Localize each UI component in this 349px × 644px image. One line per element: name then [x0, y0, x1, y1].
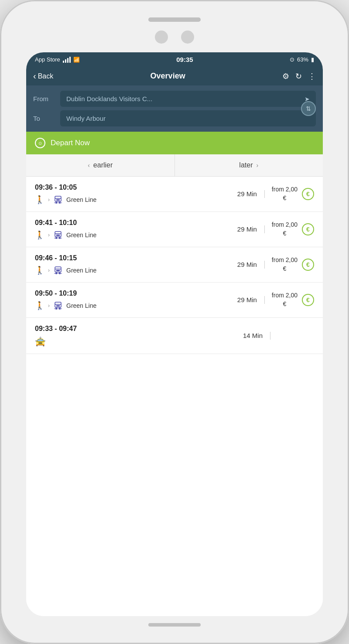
back-label: Back — [38, 72, 54, 80]
signal-bars — [63, 57, 71, 63]
nav-icons: ⚙ ↻ ⋮ — [282, 72, 316, 81]
journey-middle-2: 29 Min — [230, 225, 265, 233]
journey-left-3: 09:46 - 10:15 🚶 › — [35, 254, 230, 275]
journey-duration-5: 14 Min — [243, 332, 263, 339]
depart-label: Depart Now — [51, 139, 90, 147]
to-input[interactable]: Windy Arbour — [60, 110, 316, 126]
price-text-3: from 2,00€ — [272, 256, 298, 273]
journey-transport-2: 🚶 › Green Line — [35, 230, 230, 240]
journey-item-3[interactable]: 09:46 - 10:15 🚶 › — [26, 247, 323, 283]
status-time: 09:35 — [176, 56, 193, 63]
camera-area — [155, 31, 194, 44]
bar2 — [65, 59, 66, 63]
nav-bar: ‹ Back Overview ⚙ ↻ ⋮ — [26, 67, 323, 85]
camera-dot-2 — [181, 31, 194, 44]
bar1 — [63, 61, 64, 63]
from-label: From — [33, 95, 55, 102]
journey-right-4: from 2,00€ € — [265, 291, 314, 308]
location-icon: ⊙ — [290, 56, 294, 63]
journey-right-1: from 2,00€ € — [265, 185, 314, 202]
journey-item-1[interactable]: 09:36 - 10:05 🚶 › — [26, 177, 323, 212]
arrow-icon-3: › — [48, 267, 50, 273]
page-title: Overview — [53, 72, 282, 81]
line-name-1: Green Line — [66, 196, 96, 203]
arrow-icon-1: › — [48, 197, 50, 203]
journey-duration-1: 29 Min — [237, 190, 257, 198]
status-left: App Store 📶 — [35, 56, 80, 63]
svg-rect-26 — [58, 270, 60, 271]
wifi-icon: 📶 — [73, 57, 80, 63]
journey-middle-3: 29 Min — [230, 261, 265, 269]
earlier-chevron-icon: ‹ — [88, 162, 90, 169]
journey-duration-4: 29 Min — [237, 296, 257, 303]
journey-item-5[interactable]: 09:33 - 09:47 🚖 14 Min — [26, 318, 323, 354]
later-button[interactable]: later › — [175, 154, 323, 176]
speaker-top — [148, 17, 201, 22]
earlier-button[interactable]: ‹ earlier — [26, 154, 175, 176]
svg-rect-0 — [55, 196, 61, 201]
bottom-bar — [148, 623, 201, 627]
journey-time-1: 09:36 - 10:05 — [35, 184, 230, 191]
camera-dot-1 — [155, 31, 168, 44]
svg-rect-17 — [58, 235, 60, 236]
journey-middle-4: 29 Min — [230, 296, 265, 304]
journey-transport-4: 🚶 › Green Line — [35, 301, 230, 310]
bar3 — [67, 58, 68, 63]
journey-duration-2: 29 Min — [237, 225, 257, 233]
journey-left-2: 09:41 - 10:10 🚶 › — [35, 219, 230, 240]
swap-icon: ⇅ — [306, 105, 311, 112]
tram-icon-1 — [53, 195, 63, 204]
euro-badge-3: € — [302, 259, 314, 271]
journey-list: 09:36 - 10:05 🚶 › — [26, 177, 323, 616]
svg-rect-9 — [55, 232, 61, 237]
journey-middle-5: 14 Min — [236, 332, 270, 340]
journey-time-3: 09:46 - 10:15 — [35, 254, 230, 262]
journey-middle-1: 29 Min — [230, 190, 265, 198]
journey-time-4: 09:50 - 10:19 — [35, 290, 230, 297]
journey-transport-5: 🚖 — [35, 336, 236, 347]
to-label: To — [33, 115, 55, 122]
carrier-label: App Store — [35, 56, 60, 63]
journey-transport-1: 🚶 › Green Line — [35, 195, 230, 204]
filter-icon[interactable]: ⚙ — [282, 72, 289, 81]
walk-icon-3: 🚶 — [35, 266, 44, 275]
svg-rect-25 — [56, 270, 58, 271]
journey-item-2[interactable]: 09:41 - 10:10 🚶 › — [26, 212, 323, 247]
bar4 — [69, 57, 71, 63]
time-nav: ‹ earlier later › — [26, 154, 323, 177]
depart-now-bar[interactable]: ⊙ Depart Now — [26, 132, 323, 154]
back-button[interactable]: ‹ Back — [33, 71, 53, 81]
journey-item-4[interactable]: 09:50 - 10:19 🚶 › — [26, 283, 323, 318]
journey-time-5: 09:33 - 09:47 — [35, 325, 236, 333]
swap-button[interactable]: ⇅ — [301, 101, 316, 116]
svg-rect-18 — [55, 267, 61, 272]
phone-screen: App Store 📶 09:35 ⊙ 63% ▮ ‹ Back — [26, 52, 323, 616]
more-icon[interactable]: ⋮ — [308, 72, 316, 81]
from-input[interactable]: Dublin Docklands Visitors C... ➤ — [60, 91, 316, 107]
walk-icon-4: 🚶 — [35, 301, 44, 310]
earlier-label: earlier — [93, 161, 113, 169]
walk-icon-1: 🚶 — [35, 195, 44, 204]
route-section: From Dublin Docklands Visitors C... ➤ To… — [26, 85, 323, 132]
from-value: Dublin Docklands Visitors C... — [66, 95, 152, 102]
depart-clock-icon: ⊙ — [35, 138, 45, 148]
refresh-icon[interactable]: ↻ — [295, 72, 302, 81]
euro-badge-2: € — [302, 223, 314, 235]
price-text-1: from 2,00€ — [272, 185, 298, 202]
tram-icon-2 — [53, 230, 63, 240]
svg-rect-8 — [58, 199, 60, 201]
journey-left-1: 09:36 - 10:05 🚶 › — [35, 184, 230, 204]
to-row: To Windy Arbour — [33, 110, 316, 126]
journey-transport-3: 🚶 › Green Line — [35, 266, 230, 275]
euro-badge-4: € — [302, 294, 314, 306]
line-name-3: Green Line — [66, 267, 96, 274]
svg-rect-7 — [56, 199, 58, 201]
svg-rect-34 — [56, 305, 58, 307]
euro-badge-1: € — [302, 188, 314, 200]
to-value: Windy Arbour — [66, 115, 106, 122]
journey-time-2: 09:41 - 10:10 — [35, 219, 230, 227]
tram-icon-3 — [53, 266, 63, 275]
svg-rect-35 — [58, 305, 60, 307]
journey-right-2: from 2,00€ € — [265, 221, 314, 238]
later-label: later — [239, 161, 253, 169]
